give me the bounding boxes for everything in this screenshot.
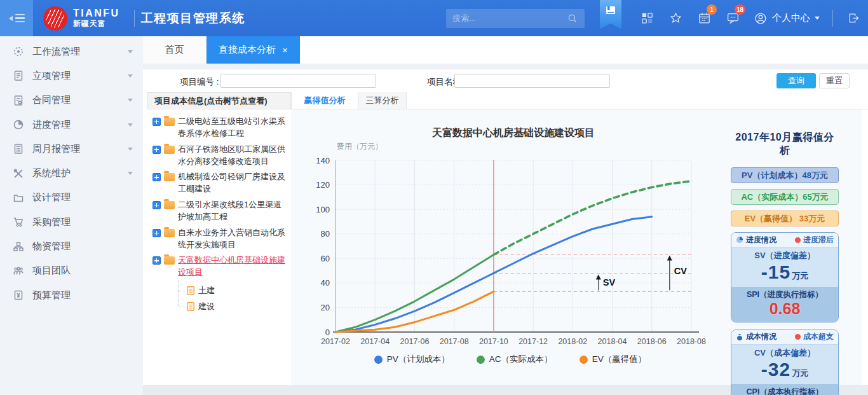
expand-plus-icon[interactable] [153,118,161,126]
tree-children: 土建建设 [178,282,286,314]
tree-node[interactable]: 二级引水渠改线段1公里渠道护坡加高工程 [153,199,286,223]
expand-plus-icon[interactable] [153,229,161,237]
folder-icon [164,146,175,154]
sidebar-collapse-button[interactable] [0,0,33,36]
sidebar-item[interactable]: 项目团队 [0,259,143,283]
report-calc-icon [13,143,24,155]
brand-subtitle: 新疆天富 [73,19,120,29]
sidebar-item[interactable]: 立项管理 [0,64,143,88]
svg-text:CV: CV [674,266,687,276]
main-content: 项目编号 : 项目名称 : 查询 重置 项目成本信息(点击树节点查看) 二级电站… [143,69,868,385]
search-icon[interactable] [567,13,578,24]
sidebar-item-label: 工作流管理 [32,46,80,58]
search-button[interactable]: 查询 [776,73,816,88]
top-header: TIANFU 新疆天富 工程项目管理系统 1 18 个 [0,0,868,36]
tab-home[interactable]: 首页 [143,36,207,64]
sidebar-item-label: 周月报管理 [32,143,80,155]
sidebar-item[interactable]: 合同管理 [0,88,143,113]
analysis-title: 2017年10月赢得值分析 [731,131,839,158]
svg-text:100: 100 [316,205,330,214]
chevron-down-icon [128,50,133,53]
sidebar-item[interactable]: 预算管理 [0,283,143,307]
brand-name: TIANFU [73,8,120,19]
tree-node-label[interactable]: 机械制造公司轻钢厂房建设及工棚建设 [178,171,286,195]
legend-item[interactable]: EV（赢得值） [580,354,647,365]
svg-text:2017-04: 2017-04 [360,337,390,346]
sv-unit: 万元 [792,271,808,281]
spi-label: SPI（进度执行指标） [731,289,838,300]
analysis-tab-bar: 赢得值分析 三算分析 [291,92,868,109]
cv-unit: 万元 [792,368,808,378]
sidebar-item[interactable]: 物资管理 [0,234,143,258]
tab-three-calc-analysis[interactable]: 三算分析 [358,92,407,109]
tree-node-label[interactable]: 石河子铁路地区职工家属区供水分离移交维修改造项目 [178,144,286,168]
sidebar-item[interactable]: 系统维护 [0,161,143,185]
svg-text:2018-08: 2018-08 [677,337,706,346]
svg-text:2017-10: 2017-10 [479,337,508,346]
logout-icon[interactable] [839,0,868,36]
sidebar-item[interactable]: 工作流管理 [0,39,143,64]
sidebar-item-label: 项目团队 [32,265,71,277]
cost-status: 成本超支 [803,331,834,342]
tree-node[interactable]: 二级电站至五级电站引水渠系春系停水检修工程 [153,116,286,140]
tree-node[interactable]: 石河子铁路地区职工家属区供水分离移交维修改造项目 [153,144,286,168]
tree-node[interactable]: 天富数据中心机房基础设施建设项目 [153,254,286,279]
header-divider [832,10,833,27]
tree-node[interactable]: 自来水业务并入营销自动化系统开发实施项目 [153,227,286,251]
tree-node[interactable]: 机械制造公司轻钢厂房建设及工棚建设 [153,171,286,195]
status-dot-icon [795,334,801,340]
cost-card: 成本情况 成本超支 CV（成本偏差） -32万元 CPI（成本执行指标） 0.5 [731,329,839,395]
expand-plus-icon[interactable] [153,146,161,154]
expand-plus-icon[interactable] [153,201,161,209]
close-icon[interactable]: × [282,45,288,55]
expand-plus-icon[interactable] [153,173,161,181]
tree-leaf-label: 建设 [198,301,215,312]
brand-logo: TIANFU 新疆天富 [33,6,128,31]
reset-button[interactable]: 重置 [819,73,850,88]
folder-icon [164,229,175,237]
tab-direct-cost-analysis[interactable]: 直接成本分析 × [207,36,300,64]
tree-node-label[interactable]: 自来水业务并入营销自动化系统开发实施项目 [178,227,286,251]
project-no-input[interactable] [220,74,376,88]
legend-item[interactable]: AC（实际成本） [477,354,553,365]
tree-node-label[interactable]: 二级引水渠改线段1公里渠道护坡加高工程 [178,199,286,223]
chevron-down-icon [128,172,133,175]
legend-item[interactable]: PV（计划成本） [374,354,450,365]
expand-plus-icon[interactable] [153,256,161,265]
svg-text:140: 140 [316,156,330,165]
moneybag-icon [736,333,743,341]
legend-dot-icon [374,356,383,364]
budget-icon [13,289,24,301]
calendar-icon[interactable]: 1 [690,0,719,36]
tree-node-label[interactable]: 天富数据中心机房基础设施建设项目 [178,254,286,279]
messages-icon[interactable]: 18 [719,0,747,36]
sidebar-item[interactable]: 周月报管理 [0,137,143,161]
cost-card-title: 成本情况 [746,331,776,342]
sidebar: 工作流管理立项管理合同管理进度管理周月报管理系统维护设计管理采购管理物资管理项目… [0,36,143,395]
apps-grid-icon[interactable] [633,0,661,36]
favorites-star-icon[interactable] [661,0,690,36]
header-divider [134,10,135,27]
tree-leaf[interactable]: 土建 [178,282,286,298]
svg-text:120: 120 [316,180,330,190]
evm-chart: 0204060801001201402017-022017-042017-062… [291,116,729,351]
filter-form: 项目编号 : 项目名称 : 查询 重置 [143,69,868,92]
sidebar-item[interactable]: 进度管理 [0,113,143,137]
sidebar-item[interactable]: 采购管理 [0,210,143,234]
tree-node-label[interactable]: 二级电站至五级电站引水渠系春系停水检修工程 [178,116,286,140]
sidebar-item[interactable]: 设计管理 [0,186,143,210]
search-input[interactable] [452,13,567,23]
page-title: 工程项目管理系统 [141,10,245,27]
svg-text:0: 0 [325,328,330,337]
document-icon [187,302,194,311]
tree-leaf[interactable]: 建设 [178,298,286,314]
tab-earned-value-analysis[interactable]: 赢得值分析 [291,92,358,109]
project-name-input[interactable] [454,74,610,88]
user-menu[interactable]: 个人中心 [754,11,820,25]
legend-dot-icon [580,356,588,364]
bookmark-ribbon-icon[interactable] [600,0,621,29]
tianfu-logo-icon [43,6,67,31]
tab-label: 直接成本分析 [219,44,276,56]
analysis-panel: 2017年10月赢得值分析 PV（计划成本）48万元 AC（实际成本）65万元 … [731,131,839,395]
sidebar-item-label: 合同管理 [32,94,71,106]
